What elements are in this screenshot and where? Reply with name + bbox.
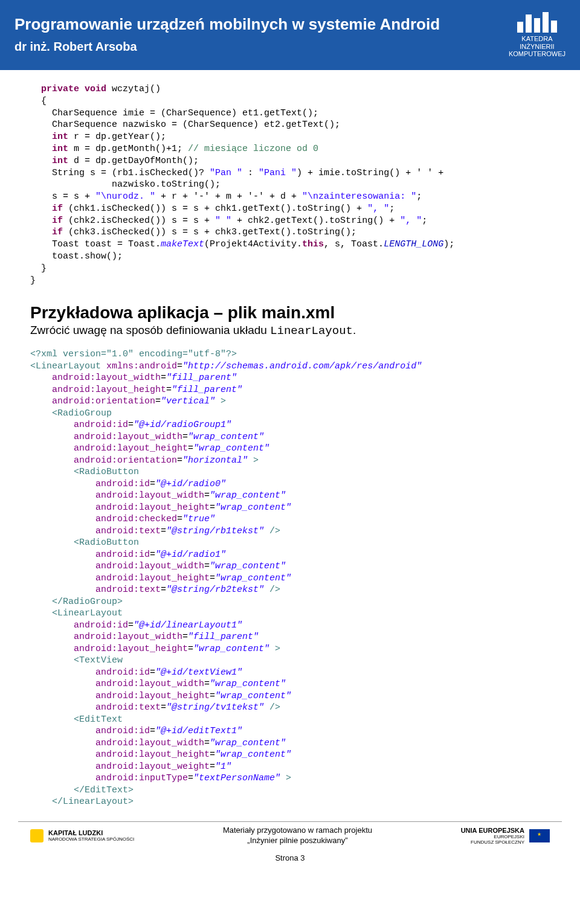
footer-right: UNIA EUROPEJSKA EUROPEJSKI FUNDUSZ SPOŁE… xyxy=(461,827,550,845)
page-number: Strona 3 xyxy=(0,853,580,867)
footer-left: KAPITAŁ LUDZKI NARODOWA STRATEGIA SPÓJNO… xyxy=(30,829,134,842)
logo-line1: KATEDRA xyxy=(509,35,566,43)
footer-left-sub: NARODOWA STRATEGIA SPÓJNOŚCI xyxy=(48,836,134,842)
page-header: Programowanie urządzeń mobilnych w syste… xyxy=(0,0,580,70)
java-code-block: private void wczytaj() { CharSequence im… xyxy=(30,83,550,287)
logo-bars-icon xyxy=(509,11,566,33)
kapital-ludzki-icon xyxy=(30,829,44,842)
logo-line3: KOMPUTEROWEJ xyxy=(509,50,566,58)
course-title: Programowanie urządzeń mobilnych w syste… xyxy=(14,15,440,34)
eu-flag-icon xyxy=(529,829,550,842)
footer-center: Materiały przygotowano w ramach projektu… xyxy=(134,826,460,846)
section-subtitle: Zwrócić uwagę na sposób definiowania ukł… xyxy=(30,324,550,338)
page-content: private void wczytaj() { CharSequence im… xyxy=(0,70,580,814)
header-left: Programowanie urządzeń mobilnych w syste… xyxy=(14,15,440,54)
dept-logo: KATEDRA INŻYNIERII KOMPUTEROWEJ xyxy=(509,11,566,58)
section-heading: Przykładowa aplikacja – plik main.xml xyxy=(30,303,550,322)
page-footer: KAPITAŁ LUDZKI NARODOWA STRATEGIA SPÓJNO… xyxy=(18,821,562,853)
xml-code-block: <?xml version="1.0" encoding="utf-8"?> <… xyxy=(30,348,550,808)
author-name: dr inż. Robert Arsoba xyxy=(14,40,440,54)
logo-line2: INŻYNIERII xyxy=(509,43,566,51)
footer-left-title: KAPITAŁ LUDZKI xyxy=(48,829,134,836)
